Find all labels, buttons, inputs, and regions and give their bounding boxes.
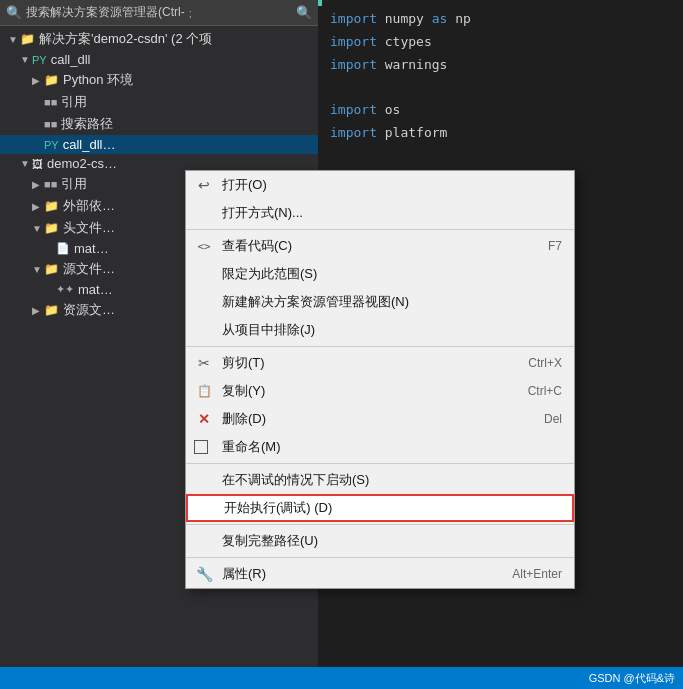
cut-icon: ✂ [194,355,214,371]
menu-item-properties[interactable]: 🔧 属性(R) Alt+Enter [186,560,574,588]
path-icon: ■■ [44,118,57,130]
separator-5 [186,557,574,558]
tree-item-python-env[interactable]: ▶ 📁 Python 环境 [0,69,318,91]
properties-shortcut: Alt+Enter [492,567,562,581]
menu-item-rename[interactable]: 重命名(M) [186,433,574,461]
separator-1 [186,229,574,230]
menu-item-exclude[interactable]: 从项目中排除(J) [186,316,574,344]
python-env-label: Python 环境 [63,71,133,89]
menu-item-view-code[interactable]: <> 查看代码(C) F7 [186,232,574,260]
cut-label: 剪切(T) [222,354,265,372]
properties-label: 属性(R) [222,565,266,583]
open-icon: ↩ [194,177,214,193]
menu-item-run-no-debug[interactable]: 在不调试的情况下启动(S) [186,466,574,494]
header-file-icon: 📄 [56,242,70,255]
expand-icon: ▼ [32,264,44,275]
tree-item-references1[interactable]: ■■ 引用 [0,91,318,113]
references2-label: 引用 [61,175,87,193]
menu-item-copy[interactable]: 📋 复制(Y) Ctrl+C [186,377,574,405]
bottom-bar: GSDN @代码&诗 [0,667,683,689]
new-view-label: 新建解决方案资源管理器视图(N) [222,293,409,311]
menu-item-open[interactable]: ↩ 打开(O) [186,171,574,199]
menu-item-open-with[interactable]: 打开方式(N)... [186,199,574,227]
folder-icon4: 📁 [44,262,59,276]
open-with-label: 打开方式(N)... [222,204,303,222]
search-path-label: 搜索路径 [61,115,113,133]
tree-item-call-dll[interactable]: ▼ PY call_dll [0,50,318,69]
ref2-icon: ■■ [44,178,57,190]
menu-item-copy-path[interactable]: 复制完整路径(U) [186,527,574,555]
tree-item-call-dll-file[interactable]: PY call_dll… [0,135,318,154]
delete-label: 删除(D) [222,410,266,428]
resources-label: 资源文… [63,301,115,319]
copy-path-label: 复制完整路径(U) [222,532,318,550]
call-dll-file-label: call_dll… [63,137,116,152]
expand-icon: ▶ [32,305,44,316]
demo2-label: demo2-cs… [47,156,117,171]
expand-icon: ▼ [8,34,20,45]
code-line-2: import ctypes [330,31,671,54]
code-line-1: import numpy as np [330,8,671,31]
code-line-4: import os [330,99,671,122]
run-no-debug-label: 在不调试的情况下启动(S) [222,471,369,489]
rename-icon [194,440,208,454]
shortcut-hint: ; [189,7,192,19]
exclude-label: 从项目中排除(J) [222,321,315,339]
source-file-icon: ✦✦ [56,283,74,296]
py-file-badge: PY [44,139,59,151]
tree-item-solution[interactable]: ▼ 📁 解决方案'demo2-csdn' (2 个项 [0,28,318,50]
menu-item-cut[interactable]: ✂ 剪切(T) Ctrl+X [186,349,574,377]
delete-icon: ✕ [194,411,214,427]
copy-label: 复制(Y) [222,382,265,400]
solution-explorer-title: 搜索解决方案资源管理器(Ctrl- [26,4,185,21]
open-label: 打开(O) [222,176,267,194]
mat-h-label: mat… [74,241,109,256]
expand-icon: ▼ [20,54,32,65]
expand-icon: ▼ [32,223,44,234]
py-badge: PY [32,54,47,66]
code-line-5: import platform [330,122,671,145]
folder-icon3: 📁 [44,221,59,235]
separator-3 [186,463,574,464]
menu-item-scope[interactable]: 限定为此范围(S) [186,260,574,288]
properties-icon: 🔧 [194,566,214,582]
run-debug-label: 开始执行(调试) (D) [224,499,332,517]
cpp-icon: 🖼 [32,158,43,170]
copy-icon: 📋 [194,384,214,398]
solution-explorer-header: 🔍 搜索解决方案资源管理器(Ctrl- ; 🔍 [0,0,318,26]
solution-label: 解决方案'demo2-csdn' (2 个项 [39,30,212,48]
view-code-label: 查看代码(C) [222,237,292,255]
folder-icon2: 📁 [44,199,59,213]
code-lines: import numpy as np import ctypes import … [330,8,671,145]
tree-item-search-path[interactable]: ■■ 搜索路径 [0,113,318,135]
folder-icon: 📁 [44,73,59,87]
search-small-icon: 🔍 [296,5,312,20]
code-line-blank [330,76,671,99]
view-code-icon: <> [194,240,214,253]
solution-icon: 📁 [20,32,35,46]
scope-label: 限定为此范围(S) [222,265,317,283]
references1-label: 引用 [61,93,87,111]
menu-item-delete[interactable]: ✕ 删除(D) Del [186,405,574,433]
context-menu: ↩ 打开(O) 打开方式(N)... <> 查看代码(C) F7 限定为此范围(… [185,170,575,589]
separator-4 [186,524,574,525]
headers-label: 头文件… [63,219,115,237]
separator-2 [186,346,574,347]
external-label: 外部依… [63,197,115,215]
ref-icon: ■■ [44,96,57,108]
expand-icon: ▶ [32,201,44,212]
code-line-3: import warnings [330,54,671,77]
bottom-bar-text: GSDN @代码&诗 [589,671,675,686]
rename-label: 重命名(M) [222,438,281,456]
sources-label: 源文件… [63,260,115,278]
expand-icon: ▶ [32,75,44,86]
view-code-shortcut: F7 [528,239,562,253]
green-indicator [318,0,322,6]
menu-item-run-debug[interactable]: 开始执行(调试) (D) [186,494,574,522]
menu-item-new-view[interactable]: 新建解决方案资源管理器视图(N) [186,288,574,316]
call-dll-label: call_dll [51,52,91,67]
folder-icon5: 📁 [44,303,59,317]
expand-icon: ▼ [20,158,32,169]
copy-shortcut: Ctrl+C [508,384,562,398]
mat-src-label: mat… [78,282,113,297]
